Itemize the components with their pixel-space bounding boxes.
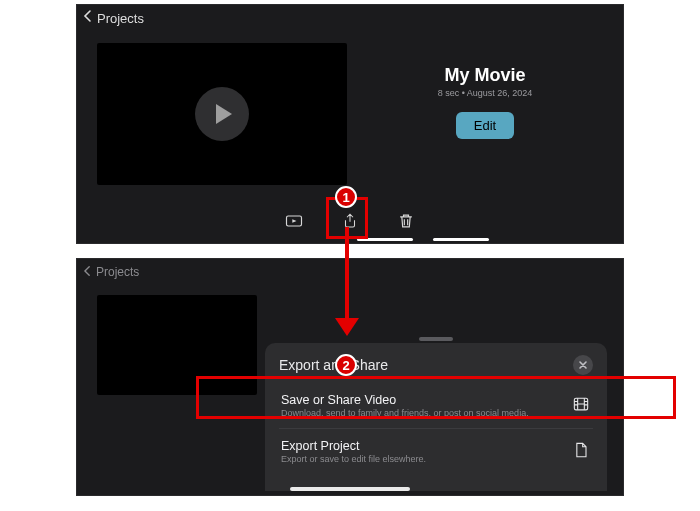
row-title: Export Project [281,439,426,453]
nav-bar: Projects [77,259,623,283]
back-label[interactable]: Projects [97,11,144,26]
annotation-arrow [345,227,349,321]
edit-button[interactable]: Edit [456,112,514,139]
play-rect-icon[interactable] [282,209,306,233]
back-label: Projects [96,265,139,279]
export-project-row[interactable]: Export Project Export or save to edit fi… [279,431,593,472]
annotation-step-1: 1 [335,186,357,208]
indicator-bar [433,238,489,241]
project-subtitle: 8 sec • August 26, 2024 [438,88,533,98]
project-meta: My Movie 8 sec • August 26, 2024 Edit [367,43,603,185]
video-thumbnail[interactable] [97,43,347,185]
project-title: My Movie [444,65,525,86]
play-icon[interactable] [195,87,249,141]
chevron-left-icon [83,263,92,281]
annotation-step-2: 2 [335,354,357,376]
annotation-arrow-head [335,318,359,336]
chevron-left-icon[interactable] [83,9,93,27]
nav-bar: Projects [77,5,623,29]
sheet-title: Export and Share [279,357,388,373]
document-icon [571,440,591,464]
home-indicator [290,487,410,491]
divider [279,428,593,429]
sheet-grabber[interactable] [419,337,453,341]
trash-icon[interactable] [394,209,418,233]
row-subtitle: Export or save to edit file elsewhere. [281,454,426,464]
annotation-highlight-row [196,376,676,419]
close-icon[interactable] [573,355,593,375]
